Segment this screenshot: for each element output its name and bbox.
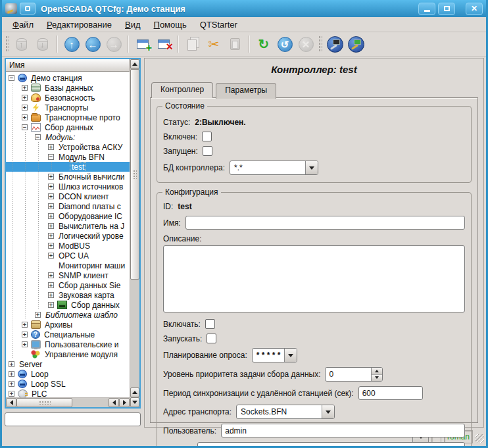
user-input[interactable] (221, 424, 465, 437)
toolbar-handle[interactable] (5, 36, 9, 53)
expander-plus-icon[interactable]: + (48, 144, 54, 150)
combo-drop-button[interactable] (322, 405, 334, 418)
tree-item[interactable]: Мониторинг маши (6, 261, 130, 270)
qtcfg-launcher-button[interactable] (325, 34, 345, 54)
scroll-up-button[interactable] (130, 59, 139, 69)
tree-item[interactable]: +PLC (6, 389, 130, 397)
expander-plus-icon[interactable]: + (48, 282, 54, 288)
tab-controller[interactable]: Контроллер (151, 82, 213, 98)
refresh-button[interactable]: ↻ (254, 34, 274, 54)
tree-item[interactable]: +Diamond платы с (6, 201, 130, 211)
expander-plus-icon[interactable]: + (48, 174, 54, 180)
expander-plus-icon[interactable]: + (48, 213, 54, 219)
tree-item[interactable]: test (6, 162, 130, 172)
expander-plus-icon[interactable]: + (9, 381, 14, 387)
tree-item[interactable]: +Архивы (6, 320, 130, 330)
priority-spinbox[interactable]: 0 (325, 367, 383, 382)
tree-item[interactable]: +Логический урове (6, 231, 130, 241)
tree-horizontal-scrollbar[interactable] (6, 397, 130, 407)
expander-plus-icon[interactable]: + (22, 85, 28, 91)
tree-item[interactable]: −Демо станция (6, 73, 130, 83)
tree-item[interactable]: +Специальные (6, 330, 130, 339)
expander-plus-icon[interactable]: + (9, 391, 14, 397)
expander-minus-icon[interactable]: − (9, 75, 14, 81)
expander-plus-icon[interactable]: + (48, 292, 54, 298)
tree-filter-input[interactable] (5, 412, 141, 426)
toolbar-handle[interactable] (318, 36, 322, 53)
horizontal-scroll-thumb[interactable] (16, 398, 72, 407)
maximize-button[interactable] (438, 3, 455, 15)
expander-plus-icon[interactable]: + (48, 193, 54, 199)
tree-item[interactable]: +Блочный вычисли (6, 172, 130, 182)
vertical-scroll-thumb[interactable] (130, 69, 139, 280)
scroll-right-button[interactable] (119, 398, 130, 407)
menu-edit[interactable]: Редактирование (41, 18, 117, 31)
tree-item[interactable]: +Безопасность (6, 93, 130, 103)
expander-plus-icon[interactable]: + (48, 184, 54, 189)
transport-combobox[interactable]: Sockets.BFN (236, 405, 335, 419)
expander-plus-icon[interactable]: + (22, 95, 28, 101)
menu-qtstarter[interactable]: QTStarter (195, 18, 243, 31)
tree-item[interactable]: +Loop SSL (6, 379, 130, 389)
tree-header-name[interactable]: Имя (6, 59, 130, 72)
spin-up-button[interactable] (372, 368, 382, 374)
expander-plus-icon[interactable]: + (48, 203, 54, 209)
resize-grip[interactable] (476, 434, 484, 443)
cut-button[interactable]: ✂ (204, 34, 224, 54)
enabled-checkbox[interactable] (202, 132, 212, 141)
expander-plus-icon[interactable]: + (22, 332, 28, 337)
tree-item[interactable]: −Модуль BFN (6, 152, 130, 162)
expander-plus-icon[interactable]: + (48, 233, 54, 239)
tree-item[interactable]: +Сбор данных Sie (6, 280, 130, 290)
tree-item[interactable]: +Оборудование IC (6, 211, 130, 221)
tree-item[interactable]: +Библиотека шабло (6, 310, 130, 320)
sync-period-input[interactable] (358, 386, 423, 400)
expander-plus-icon[interactable]: + (48, 243, 54, 249)
tree-item[interactable]: +Устройства АСКУ (6, 142, 130, 152)
tree-item[interactable]: −Модуль: (6, 132, 130, 142)
controller-db-combobox[interactable]: *.* (230, 161, 318, 175)
spin-down-button[interactable] (372, 374, 382, 382)
horizontal-scroll-track[interactable] (72, 398, 109, 407)
delete-item-button[interactable] (154, 34, 174, 54)
tab-parameters[interactable]: Параметры (216, 83, 276, 99)
schedule-combobox[interactable]: * * * * * (252, 348, 298, 362)
minimize-button[interactable] (418, 3, 435, 15)
expander-plus-icon[interactable]: + (22, 341, 28, 347)
expander-plus-icon[interactable]: + (22, 322, 28, 328)
up-button[interactable]: ↑ (62, 34, 82, 54)
menu-view[interactable]: Вид (120, 18, 146, 31)
password-input[interactable] (197, 442, 465, 448)
expander-minus-icon[interactable]: − (22, 124, 28, 130)
tree-item[interactable]: +Шлюз источников (6, 182, 130, 191)
name-input[interactable] (185, 216, 465, 230)
close-button[interactable]: ✕ (466, 3, 483, 15)
tree-item[interactable]: +Транспортные прото (6, 112, 130, 122)
tree-item[interactable]: +SNMP клиент (6, 270, 130, 280)
tree-item[interactable]: Управление модуля (6, 349, 130, 359)
combo-drop-button[interactable] (305, 161, 318, 174)
tree-item[interactable]: +Сбор данных (6, 300, 130, 310)
expander-plus-icon[interactable]: + (35, 312, 41, 318)
tree-item[interactable]: +Loop (6, 369, 130, 379)
combo-drop-button[interactable] (284, 349, 297, 362)
tree-item[interactable]: +ModBUS (6, 241, 130, 251)
scroll-left-button[interactable] (6, 398, 16, 407)
add-item-button[interactable] (133, 34, 153, 54)
expander-plus-icon[interactable]: + (9, 371, 14, 377)
expander-plus-icon[interactable]: + (22, 114, 28, 120)
expander-minus-icon[interactable]: − (35, 134, 41, 140)
description-textarea[interactable] (163, 245, 465, 312)
tree-item[interactable]: +DCON клиент (6, 191, 130, 201)
expander-plus-icon[interactable]: + (48, 223, 54, 229)
expander-plus-icon[interactable]: + (48, 272, 54, 278)
tree-item[interactable]: +Пользовательские и (6, 339, 130, 349)
tree-item[interactable]: +Транспорты (6, 103, 130, 112)
tree-item[interactable]: −Сбор данных (6, 122, 130, 132)
running-checkbox[interactable] (203, 146, 212, 156)
vertical-scroll-track[interactable] (130, 280, 139, 387)
start-update-button[interactable]: ↺ (275, 34, 295, 54)
expander-plus-icon[interactable]: + (22, 105, 28, 111)
tree-item[interactable]: +Server (6, 359, 130, 369)
scroll-up-button-2[interactable] (130, 387, 139, 397)
